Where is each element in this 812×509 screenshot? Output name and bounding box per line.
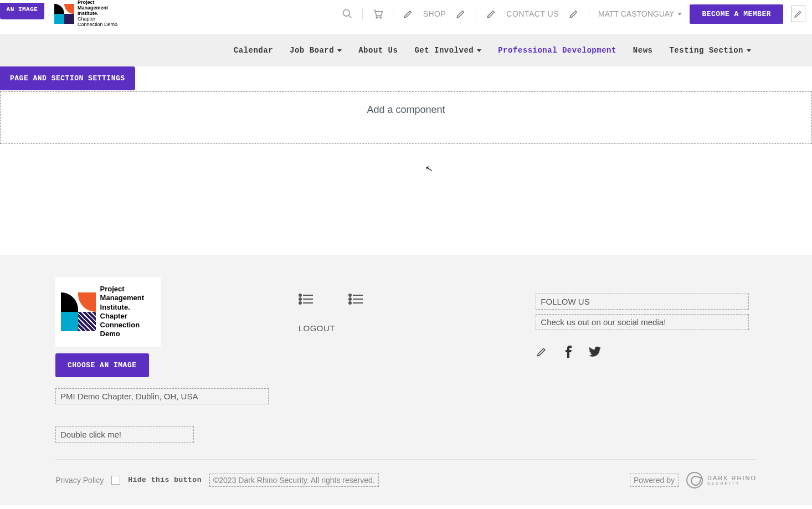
pencil-icon[interactable] (402, 8, 414, 20)
nav-calendar[interactable]: Calendar (234, 46, 273, 55)
top-actions: SHOP CONTACT US MATT CASTONGUAY (341, 8, 682, 20)
svg-point-8 (299, 302, 301, 304)
double-click-field[interactable]: Double click me! (55, 426, 194, 443)
search-icon[interactable] (341, 8, 353, 20)
contact-link[interactable]: CONTACT US (506, 9, 559, 18)
pmi-logo-icon (61, 292, 96, 331)
hide-button-checkbox[interactable] (111, 476, 120, 485)
logout-link[interactable]: LOGOUT (299, 323, 514, 333)
dark-rhino-logo[interactable]: DARK RHINO SECURITY (686, 472, 757, 489)
twitter-icon[interactable] (589, 346, 601, 358)
nav-news[interactable]: News (633, 46, 653, 55)
list-icon[interactable] (299, 294, 313, 305)
main-nav: Calendar Job Board About Us Get Involved… (0, 34, 812, 66)
chevron-down-icon (477, 49, 481, 52)
follow-us-heading[interactable]: FOLLOW US (536, 294, 749, 310)
choose-image-top-button[interactable]: AN IMAGE (0, 3, 44, 19)
svg-point-2 (376, 17, 378, 18)
cart-icon[interactable] (372, 8, 384, 20)
add-component-area[interactable]: Add a component (0, 91, 812, 144)
privacy-policy-link[interactable]: Privacy Policy (55, 476, 104, 485)
choose-image-footer-button[interactable]: CHOOSE AN IMAGE (55, 353, 149, 377)
nav-get-involved[interactable]: Get Involved (414, 46, 481, 55)
header-logo-text: Project Management Institute. Chapter Co… (78, 0, 117, 27)
follow-us-subtext[interactable]: Check us out on our social media! (536, 314, 749, 330)
page-section-settings-button[interactable]: PAGE AND SECTION SETTINGS (0, 66, 135, 90)
facebook-icon[interactable] (562, 346, 574, 358)
hide-button-label: Hide this button (128, 476, 202, 484)
svg-line-1 (348, 16, 351, 18)
footer: Project Management Institute. Chapter Co… (0, 255, 812, 505)
user-name-label: MATT CASTONGUAY (598, 9, 674, 18)
become-member-button[interactable]: BECOME A MEMBER (690, 4, 783, 24)
address-field[interactable]: PMI Demo Chapter, Dublin, OH, USA (55, 388, 269, 404)
chevron-down-icon (337, 49, 342, 52)
powered-by-label: Powered by (630, 474, 679, 487)
svg-point-10 (349, 294, 351, 296)
nav-about-us[interactable]: About Us (358, 46, 398, 55)
pencil-icon[interactable] (455, 8, 467, 20)
footer-logo[interactable]: Project Management Institute. Chapter Co… (55, 277, 161, 347)
pencil-icon[interactable] (536, 346, 548, 358)
nav-job-board[interactable]: Job Board (290, 46, 342, 55)
footer-logo-text: Project Management Institute. Chapter Co… (100, 285, 155, 339)
svg-point-6 (299, 298, 301, 300)
dark-rhino-text: DARK RHINO SECURITY (707, 475, 757, 485)
svg-point-12 (349, 298, 351, 300)
chevron-down-icon (677, 13, 682, 16)
list-icon[interactable] (348, 294, 363, 305)
dark-rhino-icon (686, 472, 703, 489)
header-logo[interactable]: Project Management Institute. Chapter Co… (54, 0, 117, 27)
svg-point-3 (379, 17, 381, 18)
svg-point-4 (299, 294, 301, 296)
add-component-label: Add a component (367, 104, 445, 116)
nav-testing-section[interactable]: Testing Section (669, 46, 751, 55)
topbar: AN IMAGE Project Management Institute. C… (0, 0, 812, 28)
svg-point-14 (349, 302, 351, 304)
edit-header-button[interactable] (791, 6, 805, 22)
pmi-logo-icon (54, 4, 74, 24)
pencil-icon[interactable] (485, 8, 497, 20)
nav-professional-development[interactable]: Professional Development (498, 46, 616, 55)
pencil-icon[interactable] (568, 8, 580, 20)
svg-point-0 (343, 10, 350, 17)
chevron-down-icon (747, 49, 751, 52)
user-menu[interactable]: MATT CASTONGUAY (598, 9, 682, 18)
copyright-text[interactable]: ©2023 Dark Rhino Security. All rights re… (209, 474, 379, 487)
shop-link[interactable]: SHOP (423, 9, 446, 18)
